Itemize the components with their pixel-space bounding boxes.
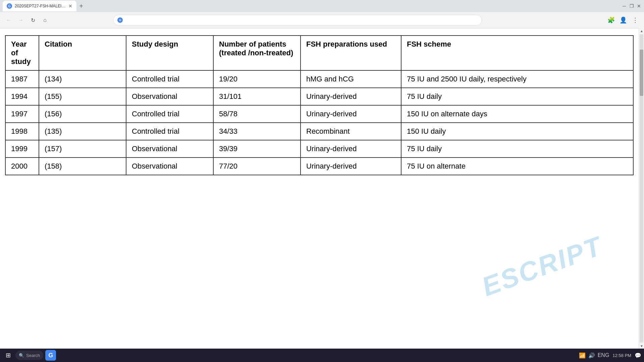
active-tab[interactable]: G 2020SEPT27-FSH-MALEINFERTIL... ✕ (3, 1, 76, 11)
cell-number_patients-5: 77/20 (213, 158, 301, 175)
cell-citation-5: (158) (39, 158, 126, 175)
menu-icon[interactable]: ⋮ (631, 15, 640, 25)
vertical-scrollbar[interactable]: ▲ ▼ (639, 28, 644, 349)
table-row: 1999(157)Observational39/39Urinary-deriv… (5, 140, 633, 158)
cell-fsh_scheme-5: 75 IU on alternate (401, 158, 633, 175)
start-button[interactable]: ⊞ (3, 350, 13, 361)
browser-chrome: G 2020SEPT27-FSH-MALEINFERTIL... ✕ + ─ ❐… (0, 0, 644, 28)
cell-study_design-1: Observational (126, 88, 213, 105)
header-number-patients: Number of patients (treated /non-treated… (213, 36, 301, 70)
cell-year-0: 1987 (5, 70, 39, 88)
cell-fsh_scheme-3: 150 IU daily (401, 123, 633, 140)
cell-study_design-3: Controlled trial (126, 123, 213, 140)
taskbar-time: 12:58 PM (612, 353, 631, 358)
cell-study_design-5: Observational (126, 158, 213, 175)
cell-number_patients-3: 34/33 (213, 123, 301, 140)
volume-icon: 🔊 (588, 352, 595, 359)
search-label: Search (26, 353, 40, 358)
cell-fsh_preparations-4: Urinary-derived (301, 140, 401, 158)
maximize-button[interactable]: ❐ (629, 4, 634, 8)
table-row: 1998(135)Controlled trial34/33Recombinan… (5, 123, 633, 140)
header-citation: Citation (39, 36, 126, 70)
taskbar-right: 📶 🔊 ENG 12:58 PM 💬 (579, 352, 641, 359)
cell-year-1: 1994 (5, 88, 39, 105)
scroll-handle[interactable] (640, 50, 643, 96)
cell-year-5: 2000 (5, 158, 39, 175)
table-row: 2000(158)Observational77/20Urinary-deriv… (5, 158, 633, 175)
page-content: ESCRIPT Yearofstudy Citation Study desig… (0, 28, 639, 349)
window-controls: ─ ❐ ✕ (622, 4, 641, 8)
table-row: 1997(156)Controlled trial58/78Urinary-de… (5, 105, 633, 123)
table-header-row: Yearofstudy Citation Study design Number… (5, 36, 633, 70)
minimize-button[interactable]: ─ (622, 4, 627, 8)
chrome-taskbar-app[interactable]: G (45, 350, 56, 361)
cell-fsh_preparations-5: Urinary-derived (301, 158, 401, 175)
scroll-track[interactable] (640, 34, 643, 343)
title-bar: G 2020SEPT27-FSH-MALEINFERTIL... ✕ + ─ ❐… (0, 0, 644, 12)
cell-citation-3: (135) (39, 123, 126, 140)
cell-fsh_scheme-2: 150 IU on alternate days (401, 105, 633, 123)
taskbar: ⊞ 🔍 Search G 📶 🔊 ENG 12:58 PM 💬 (0, 349, 644, 362)
taskbar-system-icons: 📶 🔊 ENG (579, 352, 609, 359)
cell-number_patients-1: 31/101 (213, 88, 301, 105)
scroll-up-arrow[interactable]: ▲ (639, 28, 644, 34)
home-button[interactable]: ⌂ (40, 15, 50, 25)
header-fsh-preparations: FSH preparations used (301, 36, 401, 70)
cell-fsh_preparations-3: Recombinant (301, 123, 401, 140)
cell-citation-2: (156) (39, 105, 126, 123)
cell-year-4: 1999 (5, 140, 39, 158)
table-row: 1994(155)Observational31/101Urinary-deri… (5, 88, 633, 105)
back-button[interactable]: ← (4, 15, 13, 25)
header-study-design: Study design (126, 36, 213, 70)
cell-fsh_scheme-1: 75 IU daily (401, 88, 633, 105)
header-fsh-scheme: FSH scheme (401, 36, 633, 70)
cell-fsh_preparations-2: Urinary-derived (301, 105, 401, 123)
header-year: Yearofstudy (5, 36, 39, 70)
new-tab-button[interactable]: + (76, 1, 86, 11)
profile-icon[interactable]: 👤 (619, 15, 628, 25)
reload-button[interactable]: ↻ (28, 15, 38, 25)
search-icon: 🔍 (19, 353, 24, 358)
cell-number_patients-2: 58/78 (213, 105, 301, 123)
cell-fsh_scheme-4: 75 IU daily (401, 140, 633, 158)
notification-icon[interactable]: 💬 (635, 352, 641, 359)
taskbar-search[interactable]: 🔍 Search (15, 351, 43, 360)
cell-fsh_scheme-0: 75 IU and 2500 IU daily, respectively (401, 70, 633, 88)
cell-number_patients-0: 19/20 (213, 70, 301, 88)
language-indicator: ENG (598, 352, 609, 358)
cell-number_patients-4: 39/39 (213, 140, 301, 158)
cell-year-3: 1998 (5, 123, 39, 140)
cell-year-2: 1997 (5, 105, 39, 123)
address-bar-row: ← → ↻ ⌂ G 🧩 👤 ⋮ (0, 12, 644, 28)
tab-close-button[interactable]: ✕ (68, 3, 72, 9)
tab-favicon: G (7, 3, 12, 9)
cell-study_design-2: Controlled trial (126, 105, 213, 123)
address-bar[interactable]: G (113, 15, 482, 25)
table-row: 1987(134)Controlled trial19/20hMG and hC… (5, 70, 633, 88)
cell-fsh_preparations-1: Urinary-derived (301, 88, 401, 105)
data-table: Yearofstudy Citation Study design Number… (5, 35, 634, 175)
close-button[interactable]: ✕ (637, 4, 641, 8)
wifi-icon: 📶 (579, 352, 586, 359)
cell-citation-4: (157) (39, 140, 126, 158)
cell-study_design-0: Controlled trial (126, 70, 213, 88)
cell-citation-0: (134) (39, 70, 126, 88)
cell-fsh_preparations-0: hMG and hCG (301, 70, 401, 88)
scroll-down-arrow[interactable]: ▼ (639, 343, 644, 349)
extensions-icon[interactable]: 🧩 (606, 15, 616, 25)
cell-study_design-4: Observational (126, 140, 213, 158)
cell-citation-1: (155) (39, 88, 126, 105)
watermark: ESCRIPT (478, 231, 607, 303)
tab-label: 2020SEPT27-FSH-MALEINFERTIL... (15, 4, 66, 8)
address-favicon: G (117, 17, 123, 23)
toolbar-right: 🧩 👤 ⋮ (606, 15, 640, 25)
forward-button[interactable]: → (16, 15, 25, 25)
